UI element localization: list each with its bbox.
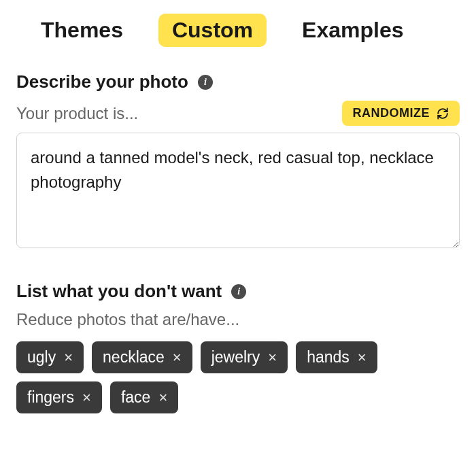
close-icon[interactable]: × [158,390,167,405]
close-icon[interactable]: × [173,350,182,365]
randomize-button[interactable]: RANDOMIZE [342,101,460,126]
exclude-tag[interactable]: fingers× [16,381,102,413]
close-icon[interactable]: × [358,350,367,365]
describe-title: Describe your photo [16,71,188,92]
exclude-tag[interactable]: hands× [296,341,377,373]
tag-label: jewelry [211,348,260,367]
info-icon[interactable]: i [231,284,246,299]
exclude-tag[interactable]: face× [110,381,178,413]
close-icon[interactable]: × [82,390,91,405]
exclude-tag[interactable]: jewelry× [201,341,288,373]
exclude-tags: ugly×necklace×jewelry×hands×fingers×face… [16,341,460,413]
exclude-tag[interactable]: ugly× [16,341,84,373]
refresh-icon [437,107,449,120]
tab-examples[interactable]: Examples [288,14,417,47]
randomize-label: RANDOMIZE [353,106,430,120]
tab-bar: Themes Custom Examples [16,14,460,47]
exclude-title: List what you don't want [16,281,222,302]
describe-header: Describe your photo i [16,71,460,92]
tag-label: ugly [27,348,56,367]
tab-themes[interactable]: Themes [27,14,137,47]
describe-section: Describe your photo i Your product is...… [16,71,460,281]
tag-label: fingers [27,388,74,407]
tag-label: necklace [103,348,165,367]
describe-sub-label: Your product is... [16,104,138,123]
close-icon[interactable]: × [268,350,277,365]
tab-custom[interactable]: Custom [158,14,267,47]
close-icon[interactable]: × [64,350,73,365]
tag-label: face [121,388,150,407]
describe-textarea[interactable] [16,133,460,248]
info-icon[interactable]: i [198,75,213,90]
exclude-header: List what you don't want i [16,281,460,302]
exclude-section: List what you don't want i Reduce photos… [16,281,460,413]
describe-sub-row: Your product is... RANDOMIZE [16,101,460,126]
exclude-tag[interactable]: necklace× [92,341,192,373]
exclude-sub-label: Reduce photos that are/have... [16,310,460,329]
tag-label: hands [307,348,350,367]
